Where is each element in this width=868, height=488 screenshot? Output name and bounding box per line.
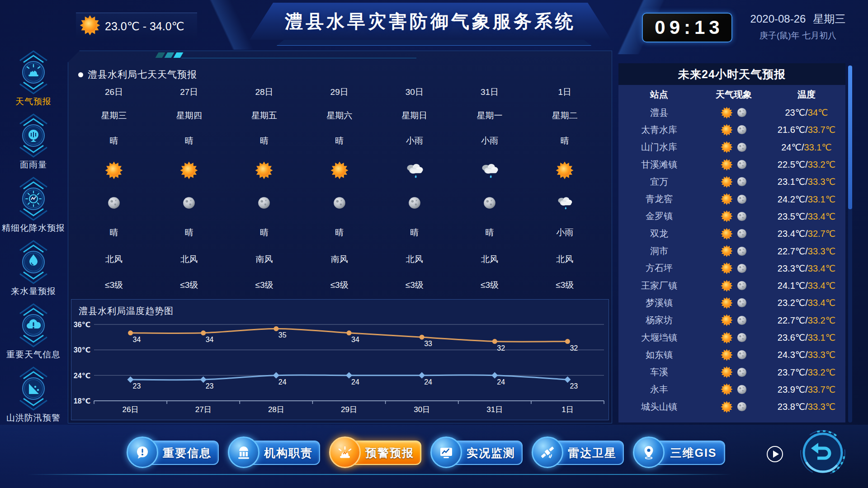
sidebar-item-5[interactable]: 重要天气信息 (1, 301, 66, 361)
weekday-text: 星期三 (813, 13, 845, 25)
moon-icon (737, 211, 747, 221)
sidebar-item-3[interactable]: 精细化降水预报 (1, 174, 66, 234)
station-row: 山门水库 24℃/33.1℃ (618, 139, 845, 156)
return-button[interactable] (799, 429, 846, 476)
moon-icon (737, 402, 747, 412)
station-row: 双龙 23.4℃/32.7℃ (618, 225, 845, 242)
station-row: 洞市 22.7℃/33.3℃ (618, 242, 845, 259)
clock-widget: 09:13 (642, 13, 732, 42)
station-table-header: 站点 天气现象 温度 (618, 85, 845, 104)
station-name: 城头山镇 (618, 401, 700, 413)
station-weather-icons (700, 141, 768, 153)
lunar-date-text: 庚子(鼠)年 七月初八 (737, 30, 859, 42)
forecast-night-icon (556, 187, 574, 219)
sun-icon (180, 161, 198, 179)
nav-button-4[interactable]: 实况监测 (430, 436, 525, 470)
forecast-day-column: 27日星期四晴晴北风≤3级 (151, 81, 226, 298)
forecast-wind-level: ≤3级 (556, 272, 574, 298)
svg-text:34: 34 (133, 336, 141, 343)
sidebar-item-6[interactable]: 山洪防汛预警 (1, 364, 66, 424)
svg-text:24℃: 24℃ (74, 372, 90, 380)
weather-forecast-icon (13, 48, 54, 95)
station-weather-icons (700, 228, 768, 240)
sidebar-item-label: 天气预报 (15, 96, 52, 108)
location-pin-icon (641, 444, 657, 460)
station-weather-icons (700, 383, 768, 395)
nav-button-1[interactable]: 重要信息 (127, 436, 222, 470)
nav-button-5[interactable]: 雷达卫星 (532, 436, 627, 470)
sidebar-item-1[interactable]: 天气预报 (1, 48, 66, 108)
svg-text:24: 24 (278, 378, 287, 386)
station-name: 青龙窖 (618, 193, 700, 205)
sun-icon (721, 245, 733, 257)
nav-icon-circle (329, 436, 361, 468)
forecast-night-weather: 晴 (260, 219, 269, 246)
station-temp: 23.6℃/33.1℃ (768, 332, 845, 343)
station-weather-icons (700, 314, 768, 326)
clock-time: 09:13 (651, 17, 723, 38)
sidebar-item-4[interactable]: 来水量预报 (1, 238, 66, 297)
station-weather-icons (700, 280, 768, 292)
station-name: 永丰 (618, 383, 700, 395)
station-row: 太青水库 21.6℃/33.7℃ (618, 121, 845, 138)
play-button[interactable] (767, 446, 783, 462)
nav-button-2[interactable]: 机构职责 (228, 436, 323, 470)
forecast-section-title: 澧县水利局七天天气预报 (78, 68, 197, 81)
col-weather: 天气现象 (700, 89, 768, 101)
forecast-date: 31日 (481, 81, 499, 103)
forecast-day-column: 30日星期日小雨晴北风≤3级 (377, 81, 452, 298)
sun-icon (556, 161, 574, 179)
moon-icon (183, 197, 195, 209)
sun-icon (80, 15, 100, 36)
forecast-weekday: 星期一 (477, 103, 503, 128)
svg-text:1日: 1日 (561, 405, 573, 414)
station-row: 城头山镇 23.8℃/33.3℃ (618, 398, 845, 415)
svg-text:33: 33 (424, 340, 432, 347)
forecast-day-column: 28日星期五晴晴南风≤3级 (226, 81, 302, 298)
bottom-nav: 重要信息 机构职责 预警预报 实况监测 雷达卫星 三维GIS (0, 436, 868, 485)
forecast-day-icon (330, 154, 349, 187)
station-name: 大堰垱镇 (618, 332, 700, 344)
moon-icon (408, 197, 421, 209)
rain-icon (556, 195, 574, 211)
forecast-day-weather: 晴 (335, 128, 344, 154)
sidebar-item-label: 面雨量 (20, 159, 47, 171)
station-weather-icons (700, 401, 768, 413)
sidebar-item-2[interactable]: 面雨量 (1, 111, 66, 171)
forecast-night-icon (408, 187, 421, 219)
forecast-weekday: 星期五 (251, 103, 277, 128)
station-weather-icons (700, 124, 768, 136)
col-station: 站点 (618, 89, 700, 101)
forecast-night-weather: 晴 (185, 219, 193, 246)
nav-button-3[interactable]: 预警预报 (329, 436, 424, 470)
forecast-wind: 北风 (556, 246, 573, 272)
moon-icon (737, 125, 747, 135)
date-block: 2020-08-26星期三 庚子(鼠)年 七月初八 (737, 12, 859, 42)
station-temp: 23.2℃/33.4℃ (768, 297, 845, 308)
refined-precip-icon (13, 174, 54, 221)
station-temp: 24.2℃/33.1℃ (768, 194, 845, 205)
station-temp: 22.5℃/33.2℃ (768, 159, 845, 170)
forecast-wind: 北风 (481, 246, 498, 272)
station-row: 青龙窖 24.2℃/33.1℃ (618, 190, 845, 207)
forecast-date: 1日 (558, 81, 571, 103)
station-weather-icons (700, 245, 768, 257)
bullet-dot-icon (78, 72, 83, 77)
scrollbar-thumb[interactable] (848, 66, 852, 209)
svg-text:35: 35 (278, 331, 287, 339)
station-name: 双龙 (618, 228, 700, 240)
flood-warning-icon (13, 364, 54, 411)
svg-text:34: 34 (206, 336, 214, 343)
svg-text:23: 23 (206, 382, 214, 390)
station-temp: 23.3℃/33.4℃ (768, 263, 845, 274)
station-row: 王家厂镇 24.1℃/33.4℃ (618, 277, 845, 294)
forecast-wind: 北风 (105, 246, 123, 272)
svg-text:24: 24 (424, 378, 432, 386)
scrollbar-track[interactable] (848, 66, 852, 422)
nav-button-6[interactable]: 三维GIS (633, 436, 728, 470)
station-row: 大堰垱镇 23.6℃/33.1℃ (618, 329, 845, 346)
nav-label: 实况监测 (467, 446, 515, 460)
svg-text:32: 32 (570, 344, 578, 352)
forecast-date: 28日 (255, 81, 273, 103)
temperature-trend-panel: 澧县水利局温度趋势图 36℃30℃24℃18℃26日27日28日29日30日31… (71, 299, 609, 420)
